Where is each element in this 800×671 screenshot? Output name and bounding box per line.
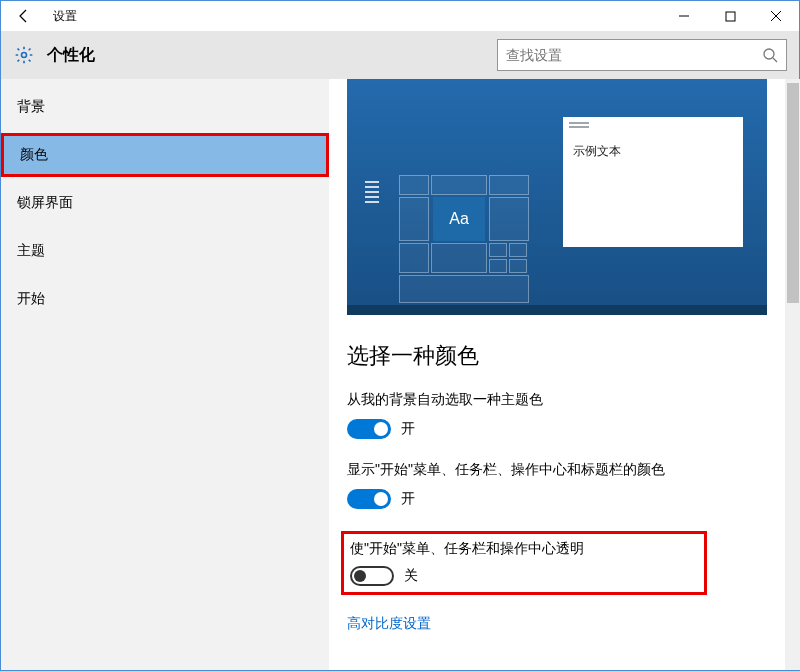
- setting-label: 显示"开始"菜单、任务栏、操作中心和标题栏的颜色: [347, 461, 767, 479]
- setting-show-color-surfaces: 显示"开始"菜单、任务栏、操作中心和标题栏的颜色 开: [347, 461, 767, 509]
- settings-window: 设置 个性化: [0, 0, 800, 671]
- setting-label: 从我的背景自动选取一种主题色: [347, 391, 767, 409]
- color-preview: Aa 示例文本: [347, 79, 767, 315]
- toggle-state-text: 开: [401, 420, 415, 438]
- maximize-button[interactable]: [707, 1, 753, 31]
- svg-point-5: [764, 49, 774, 59]
- sidebar-item-label: 背景: [17, 98, 45, 116]
- back-button[interactable]: [1, 1, 47, 31]
- preview-sample-text: 示例文本: [563, 135, 743, 168]
- sidebar-item-color[interactable]: 颜色: [1, 133, 329, 177]
- toggle-show-color[interactable]: [347, 489, 391, 509]
- minimize-button[interactable]: [661, 1, 707, 31]
- svg-line-6: [773, 58, 777, 62]
- setting-label: 使"开始"菜单、任务栏和操作中心透明: [350, 540, 698, 558]
- search-icon[interactable]: [754, 47, 786, 63]
- close-button[interactable]: [753, 1, 799, 31]
- sidebar-item-label: 颜色: [20, 146, 48, 164]
- titlebar: 设置: [1, 1, 799, 31]
- page-title: 个性化: [47, 45, 95, 66]
- preview-aa-tile: Aa: [433, 197, 485, 241]
- header: 个性化: [1, 31, 799, 79]
- setting-transparency-highlight: 使"开始"菜单、任务栏和操作中心透明 关: [341, 531, 707, 595]
- body: 背景 颜色 锁屏界面 主题 开始: [1, 79, 799, 670]
- section-title: 选择一种颜色: [347, 341, 767, 371]
- sidebar-item-label: 主题: [17, 242, 45, 260]
- content: Aa 示例文本 选择一种颜色 从我的背景自动选取一种主题色 开: [329, 79, 785, 670]
- preview-sample-window: 示例文本: [563, 117, 743, 247]
- scrollbar[interactable]: [785, 79, 800, 670]
- search-box[interactable]: [497, 39, 787, 71]
- high-contrast-link[interactable]: 高对比度设置: [347, 615, 431, 633]
- svg-rect-1: [726, 12, 735, 21]
- toggle-transparency[interactable]: [350, 566, 394, 586]
- toggle-auto-accent[interactable]: [347, 419, 391, 439]
- search-input[interactable]: [498, 41, 754, 69]
- sidebar-item-lockscreen[interactable]: 锁屏界面: [1, 181, 329, 225]
- sidebar-item-start[interactable]: 开始: [1, 277, 329, 321]
- scrollbar-thumb[interactable]: [787, 83, 799, 303]
- window-title: 设置: [53, 8, 77, 25]
- sidebar-item-themes[interactable]: 主题: [1, 229, 329, 273]
- sidebar-item-label: 开始: [17, 290, 45, 308]
- gear-icon[interactable]: [1, 45, 47, 65]
- sidebar: 背景 颜色 锁屏界面 主题 开始: [1, 79, 329, 670]
- content-wrap: Aa 示例文本 选择一种颜色 从我的背景自动选取一种主题色 开: [329, 79, 800, 670]
- toggle-state-text: 关: [404, 567, 418, 585]
- preview-taskbar: [347, 305, 767, 315]
- toggle-state-text: 开: [401, 490, 415, 508]
- preview-start-tiles: Aa: [361, 175, 531, 305]
- sidebar-item-label: 锁屏界面: [17, 194, 73, 212]
- sidebar-item-background[interactable]: 背景: [1, 85, 329, 129]
- setting-auto-accent: 从我的背景自动选取一种主题色 开: [347, 391, 767, 439]
- svg-point-4: [22, 53, 27, 58]
